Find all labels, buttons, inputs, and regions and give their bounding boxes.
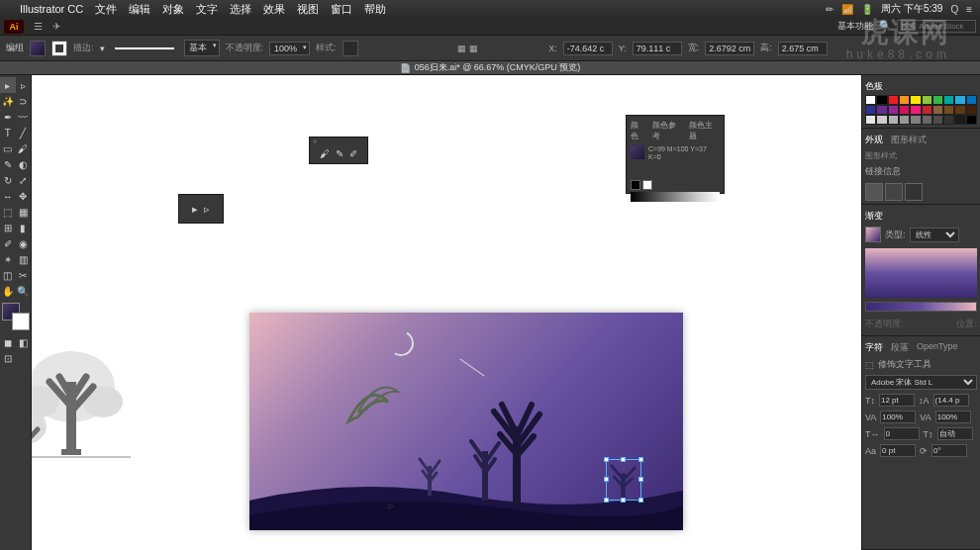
scale-tool[interactable]: ⤢ xyxy=(16,172,32,188)
menu-window[interactable]: 窗口 xyxy=(331,2,352,17)
swatch-grid[interactable] xyxy=(865,95,977,125)
gradient-preview[interactable] xyxy=(865,248,977,298)
black-swatch[interactable] xyxy=(631,180,640,190)
font-size-input[interactable] xyxy=(879,394,915,407)
gradient-type-select[interactable]: 线性 xyxy=(910,228,959,242)
brush-1-icon[interactable]: 🖌 xyxy=(320,148,330,159)
type-tool[interactable]: T xyxy=(0,125,16,140)
clock-text[interactable]: 周六 下午5:39 xyxy=(881,2,942,16)
gradient-tool[interactable]: ▮ xyxy=(16,220,32,235)
floating-arrow-panel[interactable]: ▸ ▹ xyxy=(178,194,224,224)
screen-mode-tool[interactable]: ⊡ xyxy=(0,350,16,366)
menu-type[interactable]: 文字 xyxy=(196,2,218,17)
gradient-slider[interactable] xyxy=(865,302,977,312)
font-family-select[interactable]: Adobe 宋体 Std L xyxy=(865,375,977,390)
shaper-tool[interactable]: ✎ xyxy=(0,156,16,172)
brush-2-icon[interactable]: ✎ xyxy=(336,148,343,159)
cloud-icon[interactable]: ☰ xyxy=(34,21,43,32)
canvas[interactable]: ▸ ▹ 🖌 ✎ ✐ xyxy=(32,75,861,550)
touch-type-icon[interactable]: ⬚ xyxy=(865,360,874,370)
stroke-swatch[interactable] xyxy=(51,41,67,56)
menu-effect[interactable]: 效果 xyxy=(263,2,285,17)
vscale-input[interactable] xyxy=(937,427,973,440)
eraser-tool[interactable]: ◐ xyxy=(16,156,32,172)
graphic-style-swatch[interactable] xyxy=(343,41,358,56)
rectangle-tool[interactable]: ▭ xyxy=(0,140,16,156)
menu-help[interactable]: 帮助 xyxy=(364,2,386,17)
color-tab[interactable]: 颜色 xyxy=(631,120,646,141)
white-swatch[interactable] xyxy=(642,180,652,190)
h-input[interactable] xyxy=(778,42,828,55)
width-tool[interactable]: ↔ xyxy=(0,188,16,204)
menu-extras-icon[interactable]: ≡ xyxy=(966,4,972,15)
document-tab[interactable]: 📄 056归来.ai* @ 66.67% (CMYK/GPU 预览) xyxy=(0,61,980,75)
selection-bounding-box[interactable] xyxy=(606,459,641,501)
direct-selection-tool[interactable]: ▹ xyxy=(16,77,32,93)
shape-builder-tool[interactable]: ⬚ xyxy=(0,204,16,220)
char-tab[interactable]: 字符 xyxy=(865,341,883,354)
mesh-tool[interactable]: ⊞ xyxy=(0,220,16,235)
free-transform-tool[interactable]: ✥ xyxy=(16,188,32,204)
opentype-tab[interactable]: OpenType xyxy=(917,341,958,354)
floating-brush-panel[interactable]: 🖌 ✎ ✐ xyxy=(309,137,368,164)
menu-view[interactable]: 视图 xyxy=(297,2,319,17)
floating-color-panel[interactable]: 颜色 颜色参考 颜色主题 C=99 M=100 Y=37 K=0 xyxy=(626,115,725,194)
stroke-dropdown[interactable]: ▾ xyxy=(100,44,105,53)
current-color-swatch[interactable] xyxy=(631,145,644,159)
paintbrush-tool[interactable]: 🖌 xyxy=(16,140,32,156)
fill-stroke-swatches[interactable] xyxy=(2,303,30,330)
artboard[interactable]: ▹ xyxy=(249,313,683,530)
y-input[interactable] xyxy=(633,42,682,55)
perspective-tool[interactable]: ▦ xyxy=(16,204,32,220)
stroke-color[interactable] xyxy=(12,313,30,330)
zoom-tool[interactable]: 🔍 xyxy=(16,283,32,299)
menu-select[interactable]: 选择 xyxy=(230,2,251,17)
eyedropper-tool[interactable]: ✐ xyxy=(0,235,16,251)
lasso-tool[interactable]: ⊃ xyxy=(16,93,32,109)
blend-tool[interactable]: ◉ xyxy=(16,235,32,251)
search-icon[interactable]: 🔍 xyxy=(879,20,891,33)
style-thumb-1[interactable] xyxy=(865,183,883,201)
graphic-styles-tab[interactable]: 图形样式 xyxy=(891,134,927,146)
rotate-tool[interactable]: ↻ xyxy=(0,172,16,188)
opacity-input[interactable]: 100% xyxy=(269,42,310,55)
direct-selection-arrow-icon[interactable]: ▹ xyxy=(204,203,210,216)
leading-input[interactable] xyxy=(933,394,969,407)
panel-close-icon[interactable] xyxy=(313,139,317,143)
pen-tool[interactable]: ✒ xyxy=(0,109,16,125)
adobe-stock-search[interactable] xyxy=(897,20,976,33)
color-mode-icon[interactable]: ◼ xyxy=(0,334,16,350)
rotate-input[interactable] xyxy=(931,444,967,457)
selection-tool[interactable]: ▸ xyxy=(0,77,16,93)
gradient-mode-icon[interactable]: ◧ xyxy=(16,334,32,350)
style-thumb-3[interactable] xyxy=(905,183,923,201)
fill-swatch[interactable] xyxy=(30,41,46,56)
hand-tool[interactable]: ✋ xyxy=(0,283,16,299)
para-tab[interactable]: 段落 xyxy=(891,341,909,354)
wifi-icon[interactable]: 📶 xyxy=(841,4,853,15)
swatches-tab[interactable]: 色板 xyxy=(865,80,883,93)
kerning-input[interactable] xyxy=(880,411,916,423)
style-thumb-2[interactable] xyxy=(885,183,903,201)
align-icons[interactable]: ▦ ▦ xyxy=(457,44,478,53)
color-guide-tab[interactable]: 颜色参考 xyxy=(652,120,683,141)
curvature-tool[interactable]: 〰 xyxy=(16,109,32,125)
stroke-profile[interactable]: 基本 xyxy=(184,40,220,56)
w-input[interactable] xyxy=(705,42,754,55)
line-tool[interactable]: ╱ xyxy=(16,125,32,140)
spotlight-icon[interactable]: Q xyxy=(950,4,958,15)
menu-file[interactable]: 文件 xyxy=(95,2,117,17)
app-name[interactable]: Illustrator CC xyxy=(20,3,83,15)
input-icon[interactable]: ✏ xyxy=(826,4,833,15)
symbol-sprayer-tool[interactable]: ✴ xyxy=(0,251,16,267)
selection-arrow-icon[interactable]: ▸ xyxy=(192,203,198,216)
menu-object[interactable]: 对象 xyxy=(162,2,184,17)
gradient-swatch[interactable] xyxy=(865,227,881,242)
brush-3-icon[interactable]: ✐ xyxy=(349,148,357,159)
gradient-tab[interactable]: 渐变 xyxy=(865,210,883,223)
appearance-tab[interactable]: 外观 xyxy=(865,134,883,146)
color-theme-tab[interactable]: 颜色主题 xyxy=(689,120,720,141)
x-input[interactable] xyxy=(563,42,613,55)
hscale-input[interactable] xyxy=(884,427,920,440)
baseline-input[interactable] xyxy=(880,444,916,457)
